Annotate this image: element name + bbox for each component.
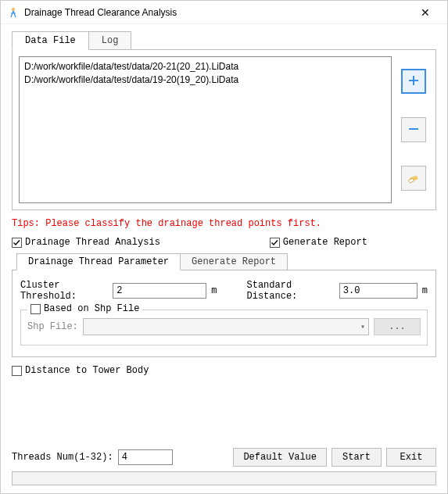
drainage-param-panel: Cluster Threshold: m Standard Distance: …: [12, 270, 436, 357]
standard-distance-label: Standard Distance:: [246, 280, 334, 302]
cluster-threshold-unit: m: [211, 285, 217, 296]
app-window: Drainage Thread Clearance Analysis ✕ Dat…: [0, 0, 448, 494]
tab-data-file[interactable]: Data File: [12, 31, 89, 50]
tab-drainage-param[interactable]: Drainage Thread Parameter: [16, 253, 181, 270]
checkbox-unchecked-icon: [12, 366, 22, 376]
content-area: Data File Log D:/work/workfile/data/test…: [1, 24, 447, 493]
drainage-analysis-label: Drainage Thread Analysis: [25, 237, 160, 248]
distance-to-tower-checkbox[interactable]: Distance to Tower Body: [12, 365, 436, 376]
exit-label: Exit: [400, 452, 423, 463]
chevron-down-icon: ▾: [360, 322, 365, 331]
tab-log-label: Log: [102, 35, 119, 46]
default-value-label: Default Value: [243, 452, 317, 463]
data-file-panel: D:/work/workfile/data/test/data/20-21(20…: [12, 49, 436, 210]
clear-files-button[interactable]: [401, 166, 426, 191]
list-item[interactable]: D:/work/workfile/data/test/data/19-20(19…: [24, 73, 386, 87]
file-area: D:/work/workfile/data/test/data/20-21(20…: [19, 56, 429, 203]
app-icon: [7, 6, 20, 19]
shp-browse-button[interactable]: ...: [374, 318, 421, 335]
standard-distance-input[interactable]: [339, 283, 418, 299]
add-file-button[interactable]: [401, 69, 426, 94]
progress-bar: [12, 471, 436, 485]
sub-tabs: Drainage Thread Parameter Generate Repor…: [16, 252, 436, 270]
drainage-analysis-checkbox[interactable]: Drainage Thread Analysis: [12, 237, 160, 248]
tab-log[interactable]: Log: [89, 31, 132, 50]
svg-rect-2: [408, 178, 414, 183]
titlebar: Drainage Thread Clearance Analysis ✕: [1, 1, 447, 24]
checkbox-checked-icon: [270, 238, 280, 248]
shp-fieldset: Based on Shp File Shp File: ▾ ...: [20, 310, 428, 345]
start-label: Start: [342, 452, 371, 463]
exit-button[interactable]: Exit: [386, 448, 436, 467]
default-value-button[interactable]: Default Value: [233, 448, 327, 467]
footer: Threads Num(1-32): Default Value Start E…: [12, 448, 436, 485]
start-button[interactable]: Start: [332, 448, 382, 467]
tips-text: Tips: Please classify the drainage threa…: [12, 218, 436, 229]
based-on-shp-label: Based on Shp File: [44, 303, 139, 314]
generate-report-checkbox[interactable]: Generate Report: [270, 237, 367, 248]
threads-num-label: Threads Num(1-32):: [12, 452, 113, 463]
param-row: Cluster Threshold: m Standard Distance: …: [20, 280, 428, 302]
based-on-shp-checkbox[interactable]: Based on Shp File: [27, 303, 142, 314]
top-tabs: Data File Log: [12, 30, 436, 49]
shp-file-label: Shp File:: [27, 321, 78, 332]
file-list[interactable]: D:/work/workfile/data/test/data/20-21(20…: [19, 56, 392, 203]
eraser-icon: [407, 171, 420, 186]
distance-to-tower-label: Distance to Tower Body: [25, 365, 149, 376]
checkbox-checked-icon: [12, 238, 22, 248]
check-row: Drainage Thread Analysis Generate Report: [12, 237, 436, 248]
plus-icon: [407, 74, 420, 89]
list-item[interactable]: D:/work/workfile/data/test/data/20-21(20…: [24, 60, 386, 73]
footer-row: Threads Num(1-32): Default Value Start E…: [12, 448, 436, 467]
threads-num-input[interactable]: [118, 449, 173, 465]
generate-report-label: Generate Report: [283, 237, 367, 248]
svg-point-0: [12, 7, 15, 10]
checkbox-unchecked-icon: [30, 304, 41, 314]
remove-file-button[interactable]: [401, 117, 426, 142]
minus-icon: [407, 123, 420, 138]
standard-distance-unit: m: [422, 285, 428, 296]
svg-rect-6: [13, 366, 22, 375]
tab-data-file-label: Data File: [25, 35, 76, 46]
shp-row: Shp File: ▾ ...: [27, 318, 421, 335]
cluster-threshold-label: Cluster Threshold:: [20, 280, 108, 302]
tab-generate-report[interactable]: Generate Report: [181, 253, 288, 270]
shp-file-combo[interactable]: ▾: [83, 318, 369, 335]
file-side-buttons: [398, 56, 429, 203]
close-button[interactable]: ✕: [410, 1, 441, 24]
tab-generate-report-label: Generate Report: [192, 256, 276, 267]
browse-label: ...: [389, 321, 406, 332]
window-title: Drainage Thread Clearance Analysis: [24, 7, 410, 18]
svg-rect-5: [31, 304, 41, 313]
tab-drainage-param-label: Drainage Thread Parameter: [28, 256, 169, 267]
cluster-threshold-input[interactable]: [113, 283, 206, 299]
close-icon: ✕: [421, 6, 430, 19]
